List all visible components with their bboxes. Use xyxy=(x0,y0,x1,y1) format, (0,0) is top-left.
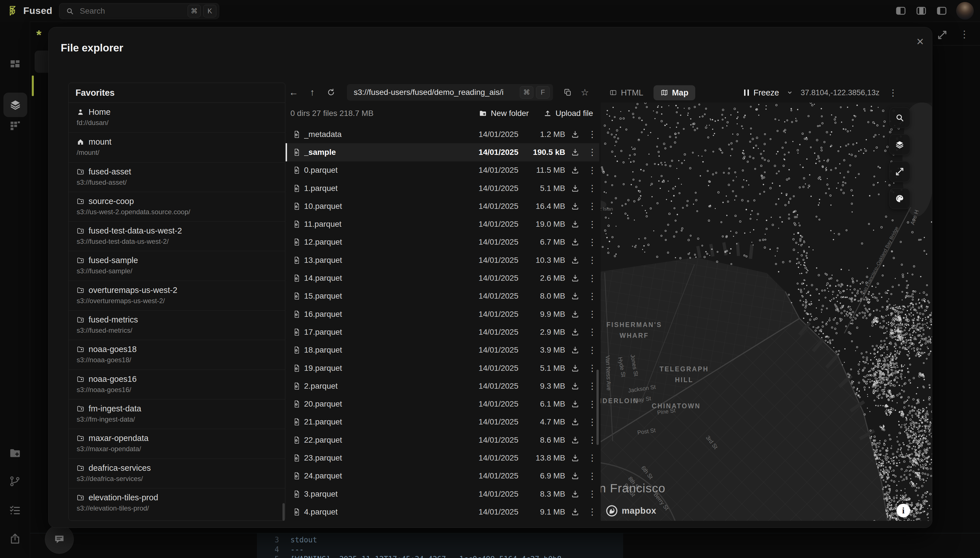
search-input[interactable] xyxy=(79,6,188,16)
kebab-menu-icon[interactable]: ⋮ xyxy=(585,165,599,176)
file-row[interactable]: 17.parquet 14/01/2025 2.9 MB ⋮ xyxy=(286,323,599,341)
sidebar-file-explorer-icon[interactable] xyxy=(9,447,21,460)
favorite-item[interactable]: noaa-goes18 s3://noaa-goes18/ xyxy=(69,340,285,369)
download-icon[interactable] xyxy=(565,256,585,264)
kebab-menu-icon[interactable]: ⋮ xyxy=(585,327,599,337)
download-icon[interactable] xyxy=(565,274,585,282)
sidebar-git-icon[interactable] xyxy=(9,475,21,487)
back-button[interactable]: ← xyxy=(286,84,301,100)
refresh-button[interactable] xyxy=(323,84,339,100)
toggle-left-panel-icon[interactable] xyxy=(895,5,907,17)
file-row[interactable]: 0.parquet 14/01/2025 11.5 MB ⋮ xyxy=(286,161,599,179)
user-avatar[interactable] xyxy=(956,2,974,20)
expand-panel-icon[interactable] xyxy=(937,30,947,40)
file-row[interactable]: 10.parquet 14/01/2025 16.4 MB ⋮ xyxy=(286,197,599,215)
download-icon[interactable] xyxy=(565,490,585,498)
map-search-button[interactable] xyxy=(889,107,910,128)
download-icon[interactable] xyxy=(565,328,585,336)
download-icon[interactable] xyxy=(565,220,585,228)
favorite-item[interactable]: elevation-tiles-prod s3://elevation-tile… xyxy=(69,488,285,518)
file-row[interactable]: 21.parquet 14/01/2025 4.7 MB ⋮ xyxy=(286,413,599,431)
favorite-item[interactable]: fused-test-data-us-west-2 s3://fused-tes… xyxy=(69,222,285,251)
tab-map[interactable]: Map xyxy=(653,85,695,100)
favorite-star-icon[interactable]: ☆ xyxy=(576,84,593,100)
kebab-menu-icon[interactable]: ⋮ xyxy=(585,345,599,355)
favorite-item[interactable]: fused-sample s3://fused-sample/ xyxy=(69,251,285,281)
file-row[interactable]: 11.parquet 14/01/2025 19.0 MB ⋮ xyxy=(286,215,599,233)
kebab-menu-icon[interactable]: ⋮ xyxy=(585,237,599,248)
kebab-menu-icon[interactable]: ⋮ xyxy=(585,489,599,499)
download-icon[interactable] xyxy=(565,418,585,426)
download-icon[interactable] xyxy=(565,148,585,156)
file-row[interactable]: 3.parquet 14/01/2025 8.3 MB ⋮ xyxy=(286,485,599,503)
download-icon[interactable] xyxy=(565,436,585,444)
kebab-menu-icon[interactable]: ⋮ xyxy=(585,219,599,230)
kebab-menu-icon[interactable]: ⋮ xyxy=(585,507,599,517)
favorite-item[interactable]: maxar-opendata s3://maxar-opendata/ xyxy=(69,429,285,458)
upload-file-button[interactable]: Upload file xyxy=(544,109,593,118)
sidebar-item-layers-active[interactable] xyxy=(3,93,27,117)
file-row[interactable]: 13.parquet 14/01/2025 10.3 MB ⋮ xyxy=(286,251,599,269)
global-search[interactable]: ⌘ K xyxy=(59,3,219,19)
map-info-button[interactable]: i xyxy=(897,504,910,517)
download-icon[interactable] xyxy=(565,166,585,174)
favorite-item[interactable]: source-coop s3://us-west-2.opendata.sour… xyxy=(69,192,285,222)
download-icon[interactable] xyxy=(565,472,585,480)
path-bar[interactable]: ⌘ F xyxy=(347,84,553,100)
tab-html[interactable]: HTML xyxy=(609,88,643,97)
download-icon[interactable] xyxy=(565,400,585,408)
up-button[interactable]: ↑ xyxy=(304,84,320,100)
download-icon[interactable] xyxy=(565,382,585,391)
file-row[interactable]: _sample 14/01/2025 190.5 kB ⋮ xyxy=(286,143,599,161)
sidebar-tasks-icon[interactable] xyxy=(9,504,21,517)
chevron-down-icon[interactable] xyxy=(786,89,793,96)
download-icon[interactable] xyxy=(565,292,585,300)
file-row[interactable]: 18.parquet 14/01/2025 3.9 MB ⋮ xyxy=(286,341,599,359)
map-style-button[interactable] xyxy=(889,188,910,209)
freeze-button[interactable]: Freeze xyxy=(744,88,779,97)
download-icon[interactable] xyxy=(565,364,585,373)
kebab-menu-icon[interactable]: ⋮ xyxy=(585,183,599,194)
map-view[interactable]: az IslanFISHERMAN'SWHARFTELEGRAPHHILLCHI… xyxy=(601,103,932,521)
toggle-middle-panel-icon[interactable] xyxy=(915,5,927,17)
copy-path-icon[interactable] xyxy=(559,84,576,100)
download-icon[interactable] xyxy=(565,238,585,246)
mapbox-attribution[interactable]: mapbox xyxy=(605,504,656,517)
favorite-item[interactable]: fused-asset s3://fused-asset/ xyxy=(69,162,285,192)
file-row[interactable]: 12.parquet 14/01/2025 6.7 MB ⋮ xyxy=(286,233,599,251)
favorite-item[interactable]: overturemaps-us-west-2 s3://overturemaps… xyxy=(69,281,285,310)
download-icon[interactable] xyxy=(565,310,585,318)
favorite-item[interactable]: noaa-goes16 s3://noaa-goes16/ xyxy=(69,369,285,399)
file-row[interactable]: 4.parquet 14/01/2025 9.1 MB ⋮ xyxy=(286,503,599,521)
new-folder-button[interactable]: New folder xyxy=(479,109,529,118)
kebab-menu-icon[interactable]: ⋮ xyxy=(585,147,599,158)
favorite-item[interactable]: Home fd://dusan/ xyxy=(69,103,285,132)
file-row[interactable]: 22.parquet 14/01/2025 8.6 MB ⋮ xyxy=(286,431,599,449)
map-fullscreen-button[interactable] xyxy=(889,161,910,182)
sidebar-widgets-icon[interactable] xyxy=(9,119,21,132)
kebab-menu-icon[interactable]: ⋮ xyxy=(585,309,599,319)
file-row[interactable]: 16.parquet 14/01/2025 9.9 MB ⋮ xyxy=(286,305,599,323)
sidebar-share-icon[interactable] xyxy=(9,532,21,545)
map-layers-button[interactable] xyxy=(889,134,910,155)
download-icon[interactable] xyxy=(565,346,585,354)
download-icon[interactable] xyxy=(565,454,585,462)
download-icon[interactable] xyxy=(565,184,585,193)
file-row[interactable]: 23.parquet 14/01/2025 13.8 MB ⋮ xyxy=(286,449,599,467)
path-input[interactable] xyxy=(353,87,520,97)
file-row[interactable]: 19.parquet 14/01/2025 5.1 MB ⋮ xyxy=(286,359,599,377)
file-row[interactable]: 20.parquet 14/01/2025 6.1 MB ⋮ xyxy=(286,395,599,413)
favorite-item[interactable]: deafrica-services s3://deafrica-services… xyxy=(69,459,285,488)
download-icon[interactable] xyxy=(565,202,585,210)
file-row[interactable]: 15.parquet 14/01/2025 8.0 MB ⋮ xyxy=(286,287,599,305)
download-icon[interactable] xyxy=(565,130,585,139)
file-row[interactable]: 1.parquet 14/01/2025 5.1 MB ⋮ xyxy=(286,179,599,197)
kebab-menu-icon[interactable]: ⋮ xyxy=(585,255,599,265)
favorite-item[interactable]: fused-metrics s3://fused-metrics/ xyxy=(69,310,285,340)
file-row[interactable]: _metadata 14/01/2025 1.2 MB ⋮ xyxy=(286,125,599,143)
toggle-right-panel-icon[interactable] xyxy=(936,5,947,17)
file-row[interactable]: 14.parquet 14/01/2025 2.6 MB ⋮ xyxy=(286,269,599,287)
favorite-item[interactable]: mount /mount/ xyxy=(69,132,285,162)
kebab-menu-icon[interactable]: ⋮ xyxy=(585,453,599,463)
file-row[interactable]: 2.parquet 14/01/2025 9.3 MB ⋮ xyxy=(286,377,599,395)
